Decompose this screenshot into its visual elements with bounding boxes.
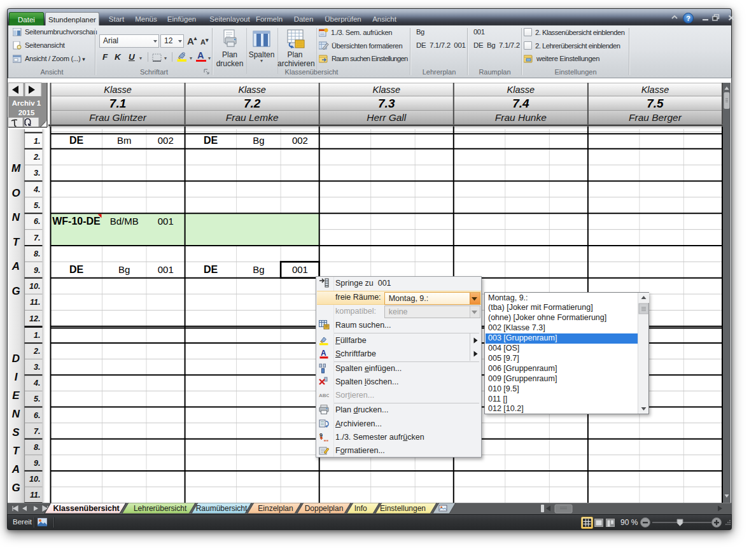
svg-text:4.: 4.	[33, 185, 40, 194]
svg-text:N: N	[12, 211, 20, 223]
svg-text:7.: 7.	[34, 234, 40, 242]
svg-text:M: M	[11, 162, 21, 174]
svg-text:Herr Gall: Herr Gall	[367, 112, 407, 123]
svg-text:Einstellungen: Einstellungen	[380, 504, 426, 513]
svg-text:Einzelplan: Einzelplan	[258, 504, 293, 513]
svg-text:Archiv 1: Archiv 1	[12, 99, 41, 107]
svg-text:Bg: Bg	[253, 135, 264, 146]
svg-text:Bd/MB: Bd/MB	[110, 216, 139, 227]
svg-text:5.: 5.	[34, 395, 40, 403]
svg-text:Info: Info	[354, 504, 367, 513]
svg-text:DE: DE	[204, 264, 218, 275]
svg-text:1.: 1.	[34, 331, 40, 340]
svg-text:1.: 1.	[34, 137, 40, 146]
svg-text:S: S	[12, 426, 20, 438]
svg-text:D: D	[12, 353, 20, 365]
svg-text:DE: DE	[69, 135, 84, 146]
svg-text:11.: 11.	[30, 491, 40, 500]
svg-text:2.: 2.	[33, 347, 40, 356]
svg-text:A: A	[321, 349, 326, 358]
svg-text:Frau Hunke: Frau Hunke	[495, 112, 547, 123]
svg-text:2.: 2.	[33, 153, 40, 162]
svg-text:3.: 3.	[34, 363, 40, 372]
svg-text:DE: DE	[69, 264, 84, 275]
svg-text:Klasse: Klasse	[372, 85, 400, 95]
svg-text:9.: 9.	[34, 266, 40, 275]
svg-text:G: G	[11, 285, 20, 297]
svg-text:Frau Glintzer: Frau Glintzer	[89, 112, 146, 123]
svg-text:Doppelplan: Doppelplan	[305, 504, 344, 513]
svg-text:12.: 12.	[29, 314, 40, 323]
svg-text:7.4: 7.4	[512, 97, 529, 110]
svg-text:11.: 11.	[30, 298, 40, 307]
svg-text:Frau Berger: Frau Berger	[629, 112, 682, 123]
svg-text:Bg: Bg	[118, 264, 130, 275]
svg-text:N: N	[12, 408, 20, 420]
svg-text:Bm: Bm	[117, 135, 132, 146]
svg-text:Klasse: Klasse	[238, 85, 266, 95]
svg-text:Lehrerübersicht: Lehrerübersicht	[134, 504, 187, 513]
svg-text:Klasse: Klasse	[641, 85, 669, 95]
svg-text:Klassenübersicht: Klassenübersicht	[53, 504, 120, 513]
svg-text:DE: DE	[204, 135, 218, 146]
svg-text:A: A	[11, 260, 20, 272]
svg-text:2015: 2015	[18, 109, 35, 116]
svg-text:G: G	[11, 482, 20, 494]
svg-text:6.: 6.	[34, 411, 40, 420]
svg-text:10.: 10.	[29, 475, 40, 484]
svg-text:T: T	[13, 445, 20, 457]
svg-text:8.: 8.	[34, 249, 40, 258]
svg-text:O: O	[11, 187, 20, 199]
svg-text:002: 002	[292, 135, 308, 146]
svg-text:001: 001	[292, 264, 308, 275]
svg-text:9.: 9.	[34, 459, 40, 468]
svg-text:7.5: 7.5	[647, 97, 664, 110]
svg-text:8.: 8.	[34, 443, 40, 452]
svg-text:4.: 4.	[33, 379, 40, 388]
svg-text:5.: 5.	[34, 201, 40, 210]
svg-text:WF-10-DE: WF-10-DE	[52, 216, 101, 227]
svg-text:7.1: 7.1	[109, 97, 126, 110]
svg-text:001: 001	[158, 264, 174, 275]
svg-text:Klasse: Klasse	[104, 85, 132, 95]
svg-text:10.: 10.	[29, 282, 40, 291]
svg-text:3.: 3.	[34, 169, 40, 178]
svg-text:7.3: 7.3	[378, 97, 395, 110]
svg-text:Bg: Bg	[253, 264, 264, 275]
svg-text:7.2: 7.2	[244, 97, 261, 110]
svg-text:A: A	[11, 463, 20, 475]
svg-text:Frau Lemke: Frau Lemke	[226, 112, 279, 123]
svg-text:001: 001	[158, 216, 174, 227]
svg-text:6.: 6.	[34, 217, 40, 226]
svg-text:ABC: ABC	[319, 393, 329, 398]
svg-text:E: E	[12, 389, 20, 402]
svg-text:002: 002	[158, 135, 174, 146]
svg-text:Raumübersicht: Raumübersicht	[196, 504, 248, 513]
svg-text:Klasse: Klasse	[507, 85, 535, 95]
svg-text:7.: 7.	[34, 427, 40, 436]
svg-text:T: T	[13, 236, 20, 248]
